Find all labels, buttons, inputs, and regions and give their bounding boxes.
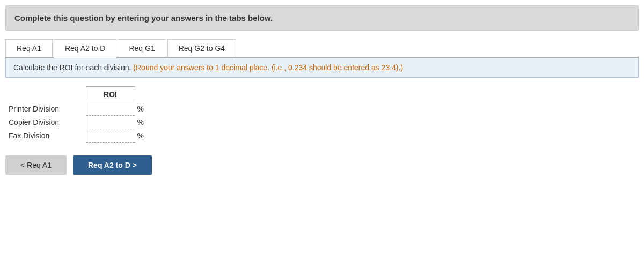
percent-label: % (135, 116, 148, 129)
tab-req-g2-to-g4[interactable]: Req G2 to G4 (167, 39, 236, 57)
tab-req-a1[interactable]: Req A1 (5, 39, 53, 57)
tab-req-g1[interactable]: Req G1 (118, 39, 166, 57)
table-row: Copier Division% (5, 116, 148, 129)
roi-column-header: ROI (86, 87, 135, 102)
header-banner: Complete this question by entering your … (5, 5, 639, 31)
division-label: Fax Division (5, 129, 86, 143)
tab-req-a2-to-d[interactable]: Req A2 to D (54, 39, 117, 58)
percent-label: % (135, 102, 148, 116)
nav-buttons: < Req A1 Req A2 to D > (5, 155, 639, 175)
roi-table: ROI Printer Division%Copier Division%Fax… (5, 86, 148, 143)
next-button[interactable]: Req A2 to D > (73, 155, 152, 175)
roi-input-cell (86, 102, 135, 116)
roi-input-cell (86, 116, 135, 129)
prev-button[interactable]: < Req A1 (5, 155, 67, 175)
instruction-row: Calculate the ROI for each division. (Ro… (5, 58, 639, 78)
instruction-plain: Calculate the ROI for each division. (13, 63, 133, 72)
roi-input-2[interactable] (86, 129, 135, 142)
roi-input-cell (86, 129, 135, 143)
roi-input-1[interactable] (86, 116, 135, 129)
instruction-highlight: (Round your answers to 1 decimal place. … (133, 63, 403, 72)
division-label: Copier Division (5, 116, 86, 129)
division-label: Printer Division (5, 102, 86, 116)
percent-label: % (135, 129, 148, 143)
roi-input-0[interactable] (86, 102, 135, 115)
page-container: Complete this question by entering your … (0, 0, 644, 180)
table-row: Fax Division% (5, 129, 148, 143)
tabs-row: Req A1 Req A2 to D Req G1 Req G2 to G4 (5, 39, 639, 58)
header-text: Complete this question by entering your … (14, 13, 273, 23)
table-row: Printer Division% (5, 102, 148, 116)
